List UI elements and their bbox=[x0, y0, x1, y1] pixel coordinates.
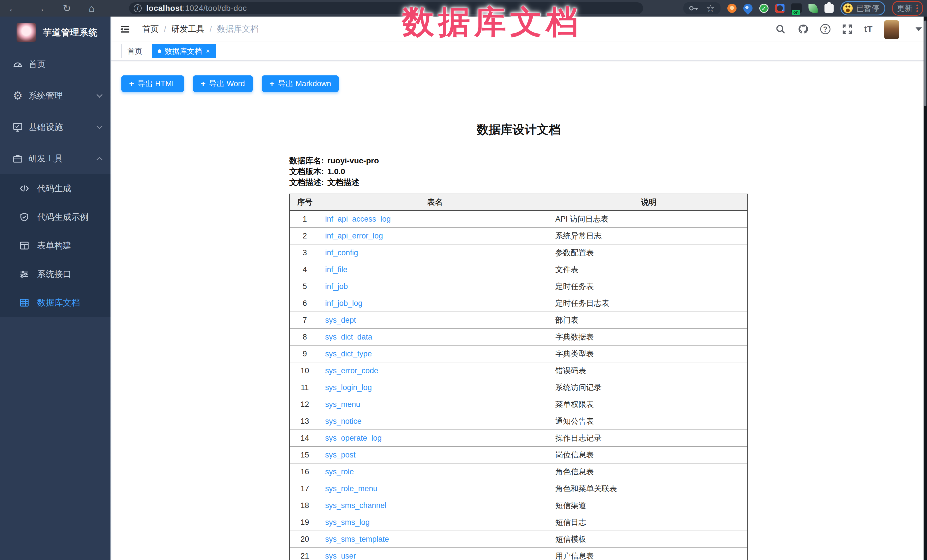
meta-label: 数据库名: bbox=[289, 155, 324, 166]
chevron-down-icon bbox=[97, 91, 103, 97]
sidebar-item-codegen-demo[interactable]: 代码生成示例 bbox=[0, 203, 111, 231]
row-index: 17 bbox=[290, 480, 320, 497]
table-desc-cell: 短信渠道 bbox=[550, 497, 748, 514]
table-name-link[interactable]: sys_dict_data bbox=[325, 333, 372, 341]
table-name-link[interactable]: inf_config bbox=[325, 249, 359, 257]
chrome-update-button[interactable]: 更新 bbox=[892, 1, 923, 16]
bookmark-star-icon[interactable]: ☆ bbox=[706, 3, 715, 13]
extension-icon-orange[interactable] bbox=[727, 4, 737, 13]
table-name-link[interactable]: inf_job bbox=[325, 282, 348, 291]
table-name-link[interactable]: sys_role bbox=[325, 467, 354, 476]
sidebar-item-system[interactable]: ⚙ 系统管理 bbox=[0, 80, 111, 111]
row-index: 5 bbox=[290, 278, 320, 295]
extension-icon-grid[interactable] bbox=[775, 4, 784, 13]
meta-label: 文档版本: bbox=[289, 166, 324, 177]
table-desc-cell: 通知公告表 bbox=[550, 413, 748, 430]
plus-icon: + bbox=[201, 79, 206, 88]
extensions-puzzle-icon[interactable] bbox=[824, 4, 834, 13]
breadcrumb-separator: / bbox=[210, 24, 212, 34]
emoji-extension-icon bbox=[843, 3, 853, 13]
table-name-link[interactable]: sys_user bbox=[325, 552, 356, 560]
db-doc-document: 数据库设计文档 数据库名: ruoyi-vue-pro 文档版本: 1.0.0 … bbox=[289, 121, 748, 560]
table-name-cell: inf_config bbox=[320, 244, 550, 261]
tab-home[interactable]: 首页 bbox=[122, 44, 148, 58]
paused-extension-button[interactable]: 已暂停 bbox=[840, 1, 885, 15]
fullscreen-icon[interactable] bbox=[842, 24, 853, 35]
extension-icon-pin[interactable] bbox=[742, 2, 754, 15]
table-name-link[interactable]: sys_dict_type bbox=[325, 349, 372, 358]
table-row: 20sys_sms_template短信模板 bbox=[290, 531, 748, 548]
doc-title: 数据库设计文档 bbox=[289, 121, 748, 138]
table-name-link[interactable]: sys_menu bbox=[325, 400, 360, 409]
export-word-button[interactable]: + 导出 Word bbox=[193, 75, 253, 92]
table-name-link[interactable]: sys_sms_template bbox=[325, 535, 389, 543]
table-desc-cell: 文件表 bbox=[550, 261, 748, 278]
table-name-link[interactable]: sys_dept bbox=[325, 316, 356, 325]
export-markdown-button[interactable]: + 导出 Markdown bbox=[262, 75, 339, 92]
table-desc-cell: 岗位信息表 bbox=[550, 447, 748, 463]
meta-db-name: 数据库名: ruoyi-vue-pro bbox=[289, 155, 748, 166]
sidebar-item-home[interactable]: 首页 bbox=[0, 49, 111, 80]
code-icon bbox=[18, 182, 30, 194]
forward-icon[interactable]: → bbox=[35, 3, 45, 13]
app-logo-row[interactable]: 芋道管理系统 bbox=[0, 17, 111, 49]
help-icon[interactable]: ? bbox=[820, 24, 830, 34]
table-name-link[interactable]: sys_notice bbox=[325, 417, 362, 425]
page-scrollbar[interactable] bbox=[924, 17, 927, 560]
table-name-link[interactable]: sys_post bbox=[325, 451, 356, 459]
update-label: 更新 bbox=[897, 3, 912, 14]
row-index: 20 bbox=[290, 531, 320, 548]
row-index: 19 bbox=[290, 514, 320, 531]
sidebar-item-db-doc[interactable]: 数据库文档 bbox=[0, 288, 111, 317]
close-icon[interactable]: × bbox=[206, 48, 210, 55]
table-row: 11sys_login_log系统访问记录 bbox=[290, 379, 748, 396]
table-name-link[interactable]: sys_operate_log bbox=[325, 434, 382, 442]
avatar[interactable] bbox=[884, 20, 899, 39]
table-desc-cell: 参数配置表 bbox=[550, 244, 748, 261]
row-index: 2 bbox=[290, 228, 320, 244]
table-name-cell: sys_post bbox=[320, 447, 550, 463]
omnibox-actions: ☆ bbox=[683, 2, 720, 14]
row-index: 12 bbox=[290, 396, 320, 413]
reload-icon[interactable]: ↻ bbox=[63, 3, 71, 13]
chevron-down-icon[interactable] bbox=[916, 27, 922, 31]
table-name-cell: sys_sms_template bbox=[320, 531, 550, 548]
table-name-link[interactable]: sys_sms_channel bbox=[325, 501, 387, 510]
browser-menu-icon[interactable] bbox=[916, 5, 918, 12]
sidebar-item-infra[interactable]: 基础设施 bbox=[0, 111, 111, 143]
table-name-link[interactable]: sys_role_menu bbox=[325, 484, 378, 493]
table-name-link[interactable]: inf_api_access_log bbox=[325, 215, 391, 223]
sidebar-item-form-builder[interactable]: 表单构建 bbox=[0, 231, 111, 260]
sidebar-item-label: 表单构建 bbox=[37, 240, 71, 252]
scrollbar-thumb[interactable] bbox=[924, 21, 926, 106]
password-key-icon[interactable] bbox=[689, 5, 699, 11]
on-badge: on bbox=[792, 10, 800, 15]
table-name-link[interactable]: sys_error_code bbox=[325, 366, 378, 375]
extension-icon-switch[interactable]: on bbox=[791, 3, 802, 13]
sidebar-item-label: 系统管理 bbox=[29, 90, 63, 102]
sidebar-item-devtools[interactable]: 研发工具 bbox=[0, 143, 111, 174]
search-icon[interactable] bbox=[775, 24, 786, 35]
sidebar-fold-icon[interactable] bbox=[119, 23, 131, 36]
table-row: 9sys_dict_type字典类型表 bbox=[290, 346, 748, 363]
extension-icon-leaf[interactable] bbox=[808, 4, 818, 13]
breadcrumb-home[interactable]: 首页 bbox=[142, 23, 159, 35]
table-name-link[interactable]: inf_api_error_log bbox=[325, 232, 383, 240]
table-name-link[interactable]: inf_file bbox=[325, 265, 348, 274]
back-icon[interactable]: ← bbox=[8, 3, 18, 13]
dashboard-icon bbox=[11, 58, 24, 71]
table-name-link[interactable]: sys_login_log bbox=[325, 383, 372, 392]
github-icon[interactable] bbox=[797, 23, 809, 35]
table-name-link[interactable]: inf_job_log bbox=[325, 299, 363, 308]
export-html-button[interactable]: + 导出 HTML bbox=[122, 75, 184, 92]
extension-icon-check[interactable]: ✓ bbox=[759, 4, 769, 13]
site-info-icon[interactable]: i bbox=[134, 4, 142, 12]
font-size-icon[interactable]: tT bbox=[864, 24, 873, 34]
row-index: 14 bbox=[290, 430, 320, 447]
table-row: 4inf_file文件表 bbox=[290, 261, 748, 278]
tab-db-doc[interactable]: 数据库文档 × bbox=[152, 44, 216, 58]
sidebar-item-api[interactable]: 系统接口 bbox=[0, 260, 111, 288]
home-icon[interactable]: ⌂ bbox=[89, 3, 95, 13]
table-name-link[interactable]: sys_sms_log bbox=[325, 518, 370, 527]
sidebar-item-codegen[interactable]: 代码生成 bbox=[0, 174, 111, 203]
